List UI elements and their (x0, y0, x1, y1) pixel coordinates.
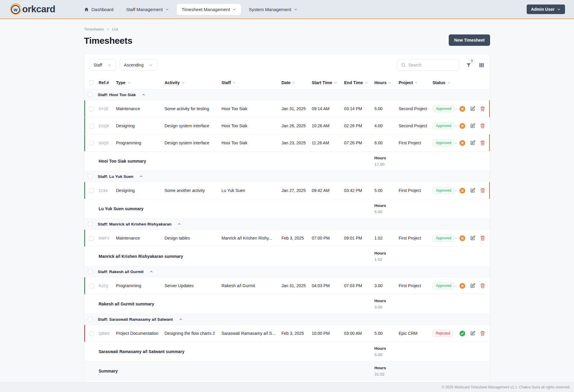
reject-button[interactable] (459, 283, 465, 289)
column-header-end[interactable]: End Time (342, 76, 372, 89)
nav-item-timesheet-management[interactable]: Timesheet Management (177, 4, 241, 15)
edit-button[interactable] (470, 331, 475, 336)
row-select-checkbox[interactable] (89, 107, 94, 111)
column-label: Date (281, 80, 290, 85)
columns-button[interactable] (478, 62, 485, 69)
group-label: Staff: Saraswati Ramasamy a/l Satwant (98, 317, 173, 322)
group-collapse-button[interactable] (141, 92, 146, 97)
select-all-checkbox[interactable] (89, 80, 94, 85)
logo-text: orkcard (22, 4, 55, 15)
breadcrumb-timesheets[interactable]: Timesheets (84, 27, 104, 31)
reject-button[interactable] (459, 187, 465, 194)
delete-button[interactable] (480, 235, 485, 241)
reject-button[interactable] (459, 140, 465, 146)
top-navbar: w orkcard Dashboard Staff Management Tim… (0, 0, 574, 19)
group-header-row: Staff: Rakesh a/l Gurmit (84, 266, 490, 277)
sort-chevron-icon (181, 81, 185, 85)
row-select-checkbox[interactable] (89, 124, 94, 128)
cell-end: 03:00 AM (342, 325, 372, 342)
sort-direction-select[interactable]: Ascending (120, 59, 157, 71)
cell-start: 09:14 AM (309, 100, 342, 117)
hours-word: Hours (374, 299, 394, 303)
sort-chevron-icon (388, 81, 392, 85)
group-collapse-button[interactable] (149, 269, 154, 274)
cell-staff: Hooi Too Siak (219, 134, 279, 152)
column-label: Hours (374, 80, 386, 85)
breadcrumb: Timesheets > List (84, 27, 490, 31)
nav-label: Staff Management (126, 7, 163, 12)
cell-hours: 5.00 (372, 325, 396, 342)
column-header-hours[interactable]: Hours (372, 76, 396, 89)
edit-button[interactable] (470, 188, 475, 193)
column-header-type[interactable]: Type (114, 76, 162, 89)
group-collapse-button[interactable] (138, 174, 144, 179)
reject-button[interactable] (459, 235, 465, 241)
column-header-activity[interactable]: Activity (162, 76, 219, 89)
reject-button[interactable] (459, 106, 465, 112)
edit-button[interactable] (470, 123, 475, 128)
cell-type: Designing (114, 117, 162, 134)
column-header-date[interactable]: Date (279, 76, 309, 89)
row-select-checkbox[interactable] (89, 236, 94, 241)
row-select-checkbox[interactable] (89, 284, 94, 288)
row-select-checkbox[interactable] (89, 331, 94, 336)
group-summary-row: Lu Yuk Suen summaryHours5.00 (84, 199, 490, 219)
edit-button[interactable] (470, 106, 475, 111)
delete-button[interactable] (480, 106, 485, 111)
column-header-status[interactable]: Status (430, 76, 457, 89)
delete-button[interactable] (480, 331, 485, 336)
delete-button[interactable] (480, 283, 485, 288)
column-label: Staff (222, 80, 231, 85)
group-select-checkbox[interactable] (88, 92, 93, 97)
hours-word: Hours (374, 156, 394, 160)
delete-button[interactable] (480, 123, 485, 128)
row-select-checkbox[interactable] (89, 188, 94, 193)
cell-activity: Server Updates (162, 277, 219, 294)
group-summary-row-hours: Hours17.00 (372, 152, 396, 171)
reject-button[interactable] (459, 123, 465, 129)
cell-activity: Some another activity (162, 182, 219, 199)
column-header-staff[interactable]: Staff (219, 76, 279, 89)
search-input[interactable] (408, 63, 455, 67)
page-title: Timesheets (84, 36, 132, 46)
nav-item-system-management[interactable]: System Management (244, 4, 302, 15)
breadcrumb-list[interactable]: List (112, 27, 118, 31)
edit-button[interactable] (470, 235, 475, 241)
delete-button[interactable] (480, 188, 485, 193)
copyright-text: © 2025 Workcard Timesheet Management v1.… (442, 385, 571, 389)
cell-type: Programming (114, 134, 162, 152)
row-select-checkbox[interactable] (89, 141, 94, 146)
group-summary-row-label: Rakesh a/l Gurmit summary (99, 302, 154, 306)
cell-date: Jan 26, 2025 (279, 117, 309, 134)
edit-button[interactable] (470, 140, 475, 146)
admin-user-menu-button[interactable]: Admin User (527, 4, 565, 14)
edit-button[interactable] (470, 283, 475, 288)
column-header-start[interactable]: Start Time (309, 76, 342, 89)
group-by-select[interactable]: Staff (89, 59, 116, 71)
group-select-checkbox[interactable] (88, 269, 93, 274)
approve-button[interactable] (459, 330, 465, 337)
cell-start: 07:00 PM (309, 230, 342, 247)
delete-button[interactable] (480, 140, 485, 146)
breadcrumb-separator-icon: > (107, 27, 109, 31)
cell-activity: Design tables (162, 230, 219, 247)
group-collapse-button[interactable] (178, 317, 183, 322)
group-select-checkbox[interactable] (88, 317, 93, 322)
cell-type: Maintenance (114, 230, 162, 247)
filter-button[interactable]: 0 (465, 62, 472, 69)
column-header-project[interactable]: Project (396, 76, 430, 89)
group-label: Staff: Manrick a/l Krishen Rishyakaran (98, 222, 171, 226)
cell-start: 04:03 PM (309, 277, 342, 294)
group-collapse-button[interactable] (177, 221, 182, 227)
workcard-logo[interactable]: w orkcard (9, 3, 55, 16)
group-summary-row-hours: Hours1.02 (372, 247, 396, 266)
cell-type: Project Documentation (114, 325, 162, 342)
group-select-checkbox[interactable] (88, 174, 93, 179)
timesheet-row: EGQ5DesigningDesign system interfaceHooi… (84, 117, 490, 134)
group-select-checkbox[interactable] (88, 222, 93, 226)
nav-item-dashboard[interactable]: Dashboard (79, 4, 118, 15)
cell-staff: Hooi Too Siak (219, 100, 279, 117)
nav-item-staff-management[interactable]: Staff Management (121, 4, 174, 15)
status-badge: Approved (433, 187, 454, 194)
new-timesheet-button[interactable]: New Timesheet (449, 34, 490, 46)
